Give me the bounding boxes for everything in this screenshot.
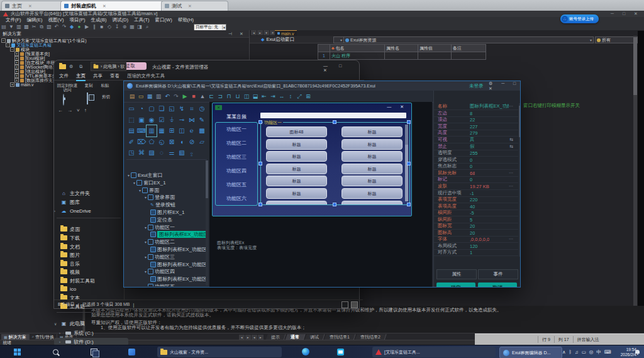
output-nav-icon[interactable]: ◂: [252, 335, 257, 340]
start-button[interactable]: [14, 349, 21, 355]
tray-chevron-icon[interactable]: ∧: [562, 349, 566, 355]
tree-scrollbar[interactable]: [206, 160, 208, 286]
taskbar-app-volcano[interactable]: [艾瑞乐直链工具...: [372, 347, 496, 357]
list-button[interactable]: 标题: [266, 139, 327, 150]
component-icon[interactable]: ⌗: [187, 103, 197, 115]
ime-chinese-icon[interactable]: 中: [596, 349, 601, 355]
prop-value[interactable]: 20: [470, 223, 475, 229]
breadcrumb[interactable]: › 此电脑 › 软: [91, 62, 126, 71]
align-left-icon[interactable]: ⊏: [207, 93, 216, 99]
ribbon-tab-home[interactable]: 主页: [76, 73, 86, 81]
back-icon[interactable]: ←: [58, 108, 63, 113]
search-icon[interactable]: [53, 349, 58, 355]
display-icon[interactable]: ▭: [582, 349, 586, 355]
prop-value[interactable]: 120: [470, 243, 478, 249]
component-icon[interactable]: ⬚: [126, 115, 136, 126]
component-icon-selected[interactable]: ▥: [147, 125, 157, 137]
component-icon[interactable]: ℮: [187, 125, 197, 137]
tree-row[interactable]: [数据库操作支持]: [0, 78, 58, 82]
editor-scrollbar[interactable]: [633, 36, 637, 332]
menu-debug[interactable]: 调试(D): [113, 17, 128, 23]
output-nav-icon[interactable]: ◂: [239, 335, 245, 340]
expander-icon[interactable]: [133, 180, 135, 186]
explorer-window-controls[interactable]: — □ ✕: [323, 64, 359, 73]
nav-item-1[interactable]: 功能区一: [226, 126, 247, 133]
tree-row[interactable]: 图标列表框EX_功能区二: [126, 246, 208, 253]
component-icon[interactable]: ◖: [177, 137, 187, 148]
open-icon[interactable]: ▭: [136, 93, 145, 99]
new-icon[interactable]: ▤: [128, 93, 136, 99]
prop-value[interactable]: 220: [470, 197, 478, 203]
tree-row[interactable]: 图标列表框EX_功能区三: [126, 261, 208, 268]
selection-handle[interactable]: [407, 162, 411, 165]
tree-row[interactable]: 功能区三3: [126, 254, 208, 260]
component-icon[interactable]: ⊠: [167, 137, 177, 148]
login-status[interactable]: 未登录: [469, 83, 484, 89]
toggle-icon[interactable]: ⇆: [509, 137, 513, 142]
prop-value[interactable]: 图标列表框EX_功能区一: [470, 103, 509, 109]
space-horizontal-icon[interactable]: ⇤: [260, 93, 269, 99]
sidebar-item-videos[interactable]: 视频: [54, 268, 123, 276]
nav-item-4[interactable]: 功能区四: [226, 167, 247, 174]
tab-events[interactable]: 事件: [478, 269, 518, 279]
selection-handle[interactable]: [333, 120, 336, 124]
selection-handle[interactable]: [258, 203, 262, 206]
cut-button[interactable]: 剪切: [102, 94, 110, 99]
tab-home[interactable]: 主页✕: [1, 1, 67, 11]
list-button[interactable]: 标题: [341, 139, 402, 150]
expand-icon[interactable]: [14, 78, 19, 82]
ribbon-tab-file[interactable]: 文件: [59, 73, 69, 79]
quick-access-icons[interactable]: ⚙ ⧉: [69, 64, 85, 69]
tab-next-icon[interactable]: ▸: [257, 30, 263, 35]
component-icon[interactable]: ❏: [157, 103, 167, 115]
nav-item-5[interactable]: 功能区五: [226, 181, 247, 188]
table-cell[interactable]: [418, 52, 452, 60]
search-input[interactable]: [260, 113, 406, 118]
align-bottom-icon[interactable]: ⊔: [233, 93, 242, 99]
redo-icon[interactable]: ↷: [172, 93, 180, 99]
selection-handle[interactable]: [407, 120, 411, 124]
tree-row[interactable]: 图片框EX_1: [126, 209, 208, 216]
prop-value[interactable]: 255: [470, 150, 478, 156]
output-nav-icon[interactable]: ▸: [258, 335, 264, 340]
build-icon[interactable]: ◆: [68, 24, 75, 30]
list-button[interactable]: 标题: [266, 151, 327, 162]
prop-value[interactable]: 0: [470, 157, 472, 163]
sidebar-item-downloads[interactable]: 下载: [54, 234, 123, 242]
cancel-button[interactable]: 取消: [478, 282, 517, 288]
clock[interactable]: 19:54 2026/2/4: [618, 347, 636, 357]
collapse-icon[interactable]: [6, 43, 10, 47]
tree-row[interactable]: 功能区五6: [126, 283, 208, 286]
resource-combo[interactable]: Exui界面资源: [343, 36, 594, 43]
thumbnail-view-icon[interactable]: [351, 301, 358, 308]
status-icon[interactable]: ◎: [589, 349, 594, 355]
component-icon[interactable]: ⬠: [147, 137, 157, 148]
ribbon-tab-view[interactable]: 查看: [110, 73, 119, 79]
save-icon[interactable]: ▥: [15, 24, 23, 30]
component-icon[interactable]: ⍚: [187, 147, 197, 159]
cut-icon[interactable]: ✂: [30, 24, 38, 30]
list-button[interactable]: [266, 201, 327, 205]
prop-value[interactable]: ,0,0,0,0,0: [470, 237, 489, 242]
tree-row[interactable]: 窗口EX_1: [126, 179, 208, 186]
grid-icon[interactable]: ⊞: [304, 93, 313, 99]
tree-row[interactable]: 功能区四4: [126, 268, 208, 275]
prop-value[interactable]: 40: [470, 204, 475, 210]
selection-handle[interactable]: [333, 203, 336, 206]
list-button[interactable]: 标题: [266, 176, 327, 186]
forward-icon[interactable]: →: [67, 108, 72, 113]
prop-value[interactable]: 68: [470, 171, 475, 176]
sidebar-item-package-toolbox[interactable]: 封装工具箱: [54, 277, 123, 284]
sidebar-item-pictures[interactable]: 图片: [54, 251, 123, 259]
component-icon[interactable]: ⊸: [177, 115, 187, 126]
menu-tools[interactable]: 工具(T): [134, 17, 150, 23]
tree-row[interactable]: Exui主窗口: [126, 172, 207, 179]
new-icon[interactable]: ▤: [0, 24, 8, 30]
step-into-icon[interactable]: ↧: [113, 24, 121, 30]
tree-row[interactable]: 定位条: [126, 216, 208, 223]
copy-icon[interactable]: ⧉: [38, 24, 45, 30]
expand-icon[interactable]: [10, 82, 14, 87]
table-cell[interactable]: [385, 52, 418, 60]
tree-row[interactable]: 功能区二2: [126, 238, 208, 245]
prop-value[interactable]: 假: [470, 143, 475, 150]
